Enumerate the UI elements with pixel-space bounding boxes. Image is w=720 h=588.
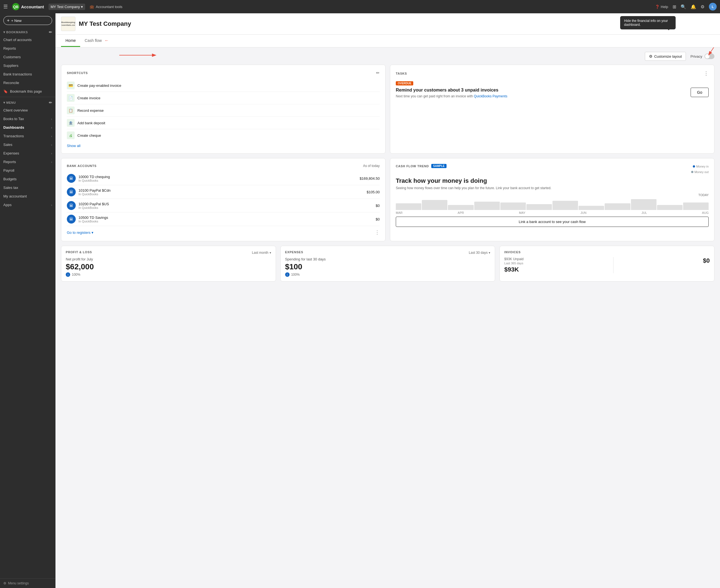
menu-settings-footer[interactable]: ⚙ Menu settings (0, 578, 56, 588)
bank-account-td-chequing[interactable]: 🏛 10000 TD chequing In QuickBooks $169,8… (67, 172, 380, 185)
privacy-tooltip: Hide the financial info on your dashboar… (620, 16, 676, 29)
sidebar-item-sales[interactable]: Sales › (0, 140, 56, 149)
sidebar-item-sales-tax[interactable]: Sales tax (0, 183, 56, 192)
search-icon[interactable]: 🔍 (681, 4, 686, 9)
tab-home[interactable]: Home (61, 35, 80, 47)
chart-bar (631, 199, 656, 210)
info-icon[interactable]: i (285, 272, 290, 277)
sidebar-item-reports-menu[interactable]: Reports › (0, 158, 56, 166)
bank-account-paypal-cdn[interactable]: 🏛 10100 PayPal $Cdn In QuickBooks $105.0… (67, 185, 380, 199)
sidebar-item-bank-transactions[interactable]: Bank transactions (0, 70, 56, 79)
chart-bar (526, 204, 552, 210)
chevron-right-icon: › (51, 160, 52, 164)
invoices-divider (613, 257, 614, 273)
shortcut-item-add-bank-deposit[interactable]: 🏦 Add bank deposit (67, 117, 380, 129)
logo-icon: QB (12, 3, 19, 10)
shortcut-item-pay-invoice[interactable]: 💳 Create pay-enabled invoice (67, 79, 380, 92)
shortcuts-title: SHORTCUTS (67, 71, 88, 75)
settings-gear-icon[interactable]: ⚙ (701, 4, 704, 9)
money-out-dot (691, 171, 693, 173)
link-bank-button[interactable]: Link a bank account to see your cash flo… (396, 217, 708, 227)
chart-bar (500, 203, 526, 210)
sidebar-item-reconcile[interactable]: Reconcile (0, 79, 56, 87)
apps-grid-icon[interactable]: ⊞ (673, 4, 676, 9)
edit-menu-icon[interactable]: ✏ (49, 100, 52, 105)
info-icon[interactable]: i (66, 272, 70, 277)
bank-icon: 🏛 (67, 215, 76, 224)
hamburger-menu[interactable]: ☰ (3, 4, 8, 10)
chart-bar (578, 206, 604, 210)
sidebar-item-books-to-tax[interactable]: Books to Tax › (0, 114, 56, 123)
bank-footer: Go to registers ▾ ⋮ (67, 229, 380, 235)
pay-invoice-icon: 💳 (67, 82, 75, 89)
collapse-menu-icon[interactable]: ▾ (3, 101, 5, 105)
privacy-control: Privacy (690, 54, 715, 59)
privacy-toggle[interactable] (704, 54, 715, 59)
go-button[interactable]: Go (691, 88, 708, 97)
cash-flow-big-title: Track how your money is doing (396, 177, 708, 185)
cash-flow-legend: Money in Money out (691, 164, 708, 175)
sidebar-item-expenses[interactable]: Expenses › (0, 149, 56, 158)
tasks-header: TASKS ⋮ (396, 70, 708, 77)
expenses-period[interactable]: Last 30 days ▾ (469, 251, 490, 255)
shortcuts-header: SHORTCUTS ✏ (67, 70, 380, 76)
dashboard-content: ⚙ Customize layout Privacy (56, 47, 720, 588)
tab-cash-flow[interactable]: Cash flow ← (80, 35, 113, 47)
bank-more-options-icon[interactable]: ⋮ (375, 229, 380, 235)
company-name: MY Test Company (79, 20, 131, 27)
collapse-icon[interactable]: ▾ (3, 30, 5, 34)
quickbooks-payments-link[interactable]: QuickBooks Payments (474, 94, 507, 98)
sidebar-item-my-accountant[interactable]: My accountant (0, 192, 56, 201)
bank-account-td-savings[interactable]: 🏛 10500 TD Savings In QuickBooks $0 (67, 212, 380, 226)
profit-loss-period[interactable]: Last month ▾ (252, 251, 271, 255)
sidebar-item-transactions[interactable]: Transactions › (0, 132, 56, 140)
sidebar-item-reports[interactable]: Reports (0, 44, 56, 53)
tasks-card: TASKS ⋮ OVERDUE Remind your customers ab… (390, 65, 715, 154)
profit-loss-card: PROFIT & LOSS Last month ▾ Net profit fo… (61, 246, 276, 281)
company-logo: Bookkeeping Essentials.com (61, 17, 76, 31)
chart-bar (448, 205, 473, 210)
bank-account-paypal-us[interactable]: 🏛 10200 PayPal $US In QuickBooks $0 (67, 199, 380, 212)
sidebar-item-budgets[interactable]: Budgets (0, 175, 56, 183)
sidebar-item-bookmark-page[interactable]: 🔖 Bookmark this page (0, 87, 56, 96)
show-all-link[interactable]: Show all (67, 144, 380, 148)
sidebar-item-customers[interactable]: Customers (0, 53, 56, 61)
company-selector[interactable]: MY Test Company ▾ (48, 4, 85, 10)
sidebar-item-suppliers[interactable]: Suppliers (0, 61, 56, 70)
notification-bell-icon[interactable]: 🔔 (691, 4, 696, 9)
shortcut-item-create-invoice[interactable]: 📄 Create invoice (67, 92, 380, 104)
new-button[interactable]: + + New (3, 16, 52, 25)
edit-bookmarks-icon[interactable]: ✏ (49, 30, 52, 35)
shortcut-item-record-expense[interactable]: 📋 Record expense (67, 104, 380, 117)
chevron-right-icon: › (51, 152, 52, 155)
sidebar-item-dashboards[interactable]: Dashboards › (0, 123, 56, 132)
sidebar: + + New ▾ BOOKMARKS ✏ Chart of accounts … (0, 13, 56, 588)
tasks-menu-icon[interactable]: ⋮ (704, 70, 708, 77)
menu-section-header: ▾ MENU ✏ (0, 98, 56, 106)
chevron-down-icon: ▾ (81, 5, 83, 9)
accountant-tools-button[interactable]: 💼 Accountant tools (90, 5, 122, 9)
sidebar-item-client-overview[interactable]: Client overview (0, 106, 56, 114)
app-name: Accountant (21, 4, 44, 9)
chevron-down-icon: ▾ (91, 230, 93, 235)
shortcut-item-create-cheque[interactable]: 🖨 Create cheque (67, 129, 380, 142)
customize-layout-button[interactable]: ⚙ Customize layout (645, 52, 686, 61)
invoices-card: INVOICES $93K Unpaid Last 365 days $93K … (500, 246, 715, 281)
create-cheque-icon: 🖨 (67, 131, 75, 139)
bank-accounts-card: BANK ACCOUNTS As of today 🏛 10000 TD che… (61, 158, 385, 241)
edit-shortcuts-icon[interactable]: ✏ (376, 70, 380, 76)
sidebar-item-apps[interactable]: Apps › (0, 201, 56, 209)
record-expense-icon: 📋 (67, 106, 75, 114)
sidebar-item-payroll[interactable]: Payroll (0, 166, 56, 175)
today-label: TODAY (698, 193, 708, 197)
selected-company: MY Test Company (51, 5, 80, 9)
avatar[interactable]: L (709, 3, 717, 10)
cash-flow-chart: TODAY (396, 193, 708, 215)
add-deposit-icon: 🏦 (67, 119, 75, 127)
help-button[interactable]: ❓ Help (655, 5, 668, 9)
gear-icon: ⚙ (3, 581, 6, 585)
money-in-dot (693, 165, 695, 168)
task-desc: Next time you can get paid right from an… (396, 94, 507, 98)
go-to-registers-link[interactable]: Go to registers ▾ (67, 230, 93, 235)
sidebar-item-chart-of-accounts[interactable]: Chart of accounts (0, 36, 56, 44)
